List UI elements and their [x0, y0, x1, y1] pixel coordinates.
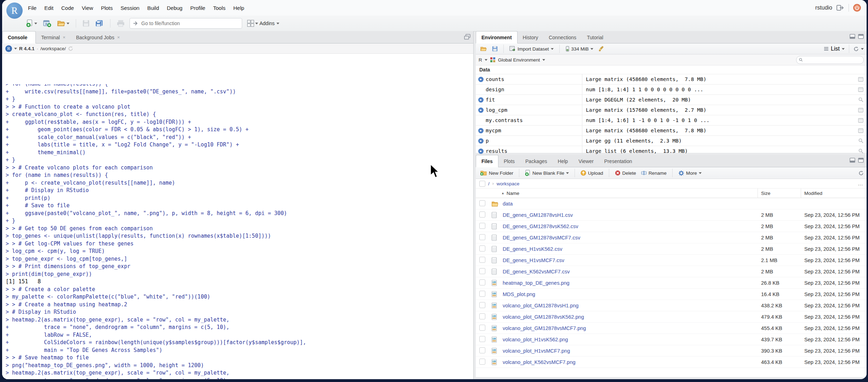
file-name-link[interactable]: heatmap_top_DE_genes.png	[503, 280, 570, 286]
refresh-icon[interactable]	[858, 170, 864, 176]
file-row[interactable]: volcano_plot_K562vsMCF7.png 463.4 KB Sep…	[476, 357, 867, 368]
file-row[interactable]: MDS_plot.png 16.4 KB Sep 23, 2024, 12:56…	[476, 289, 867, 300]
save-all-button[interactable]	[94, 19, 105, 28]
close-icon[interactable]: ×	[63, 35, 65, 40]
chevron-down-icon[interactable]	[842, 48, 845, 50]
file-name-link[interactable]: data	[503, 201, 513, 207]
environment-row[interactable]: ▶ my.contrasts num [1:4, 1:6] 1 -1 0 0 1…	[476, 115, 867, 126]
new-file-button[interactable]	[25, 18, 39, 28]
file-row[interactable]: data	[476, 198, 867, 209]
file-name-link[interactable]: DE_genes_H1vsK562.csv	[503, 246, 562, 252]
save-workspace-button[interactable]	[491, 45, 499, 52]
file-checkbox[interactable]	[479, 313, 485, 319]
console-tab[interactable]: Background Jobs ×	[71, 31, 125, 43]
quit-session-icon[interactable]	[853, 4, 861, 12]
inspect-icon[interactable]	[858, 97, 863, 102]
load-workspace-button[interactable]	[479, 45, 489, 52]
pane-layout-button[interactable]	[246, 19, 259, 28]
view-table-icon[interactable]	[858, 108, 863, 112]
select-all-checkbox[interactable]	[479, 181, 485, 187]
environment-row[interactable]: ▶ p Large gg (11 elements, 2.3 MB)	[476, 136, 867, 146]
file-name-link[interactable]: volcano_plot_GM12878vsH1.png	[503, 303, 578, 308]
minimize-pane-icon[interactable]	[850, 158, 855, 163]
expand-icon[interactable]: ▶	[478, 138, 484, 144]
file-name-link[interactable]: MDS_plot.png	[503, 291, 535, 297]
new-project-button[interactable]: R	[41, 18, 53, 28]
file-name-link[interactable]: DE_genes_H1vsMCF7.csv	[503, 257, 564, 263]
chevron-down-icon[interactable]	[861, 48, 864, 50]
chevron-down-icon[interactable]	[485, 59, 487, 61]
files-tab[interactable]: Viewer	[573, 155, 599, 167]
memory-usage-button[interactable]: 334 MiB	[564, 45, 595, 52]
files-tab[interactable]: Help	[553, 155, 573, 167]
console-tab[interactable]: Terminal ×	[36, 31, 71, 43]
file-row[interactable]: volcano_plot_GM12878vsK562.png 479.4 KB …	[476, 311, 867, 323]
files-tab[interactable]: Files	[476, 155, 498, 167]
environment-row[interactable]: ▶ log_cpm Large matrix (157680 elements,…	[476, 105, 867, 115]
environment-search-input[interactable]	[805, 57, 861, 63]
environment-search[interactable]	[796, 56, 864, 64]
file-row[interactable]: DE_genes_H1vsMCF7.csv 2.1 MB Sep 23, 202…	[476, 255, 867, 266]
r-logo-icon[interactable]: R	[5, 45, 12, 52]
upload-button[interactable]: Upload	[579, 169, 605, 176]
new-folder-button[interactable]: New Folder	[479, 169, 515, 176]
breadcrumb-root[interactable]: /	[488, 181, 490, 186]
files-tab[interactable]: Plots	[498, 155, 520, 167]
clear-environment-icon[interactable]	[597, 45, 606, 53]
size-column-header[interactable]: Size	[761, 191, 770, 196]
maximize-pane-icon[interactable]	[858, 158, 864, 163]
file-name-link[interactable]: volcano_plot_GM12878vsMCF7.png	[503, 325, 586, 331]
files-tab[interactable]: Packages	[520, 155, 552, 167]
maximize-pane-icon[interactable]	[858, 34, 864, 39]
expand-icon[interactable]: ▶	[478, 77, 484, 82]
file-row[interactable]: DE_genes_GM12878vsH1.csv 2 MB Sep 23, 20…	[476, 209, 867, 221]
environment-tab[interactable]: Connections	[543, 31, 582, 43]
expand-icon[interactable]: ▶	[478, 128, 484, 133]
file-name-link[interactable]: volcano_plot_GM12878vsK562.png	[503, 314, 584, 320]
sign-out-icon[interactable]	[836, 5, 844, 11]
expand-icon[interactable]: ▶	[478, 97, 484, 103]
file-name-link[interactable]: DE_genes_GM12878vsH1.csv	[503, 212, 573, 218]
minimize-pane-icon[interactable]	[850, 34, 855, 39]
menu-item[interactable]: View	[79, 4, 96, 12]
file-checkbox[interactable]	[479, 212, 485, 218]
file-name-link[interactable]: volcano_plot_H1vsK562.png	[503, 337, 568, 342]
more-button[interactable]: More	[677, 169, 703, 177]
file-row[interactable]: heatmap_top_DE_genes.png 26.8 KB Sep 23,…	[476, 277, 867, 289]
view-table-icon[interactable]	[858, 77, 863, 82]
file-checkbox[interactable]	[479, 279, 485, 285]
file-checkbox[interactable]	[479, 245, 485, 251]
open-file-button[interactable]	[56, 19, 71, 28]
environment-row[interactable]: ▶ design num [1:8, 1:4] 1 1 0 0 0 0 0 0 …	[476, 85, 867, 95]
file-row[interactable]: volcano_plot_H1vsK562.png 439.7 KB Sep 2…	[476, 334, 867, 345]
suspend-session-icon[interactable]	[68, 46, 73, 51]
file-checkbox[interactable]	[479, 291, 485, 297]
inspect-icon[interactable]	[858, 138, 863, 143]
go-to-directory-button[interactable]: ...	[858, 181, 863, 186]
file-name-link[interactable]: volcano_plot_K562vsMCF7.png	[503, 359, 576, 365]
refresh-icon[interactable]	[853, 46, 859, 52]
console-output[interactable]: > for (name in names(results)) {+ write.…	[2, 84, 473, 379]
working-directory-label[interactable]: /workspace/	[40, 46, 66, 51]
menu-item[interactable]: Debug	[164, 4, 185, 12]
file-checkbox[interactable]	[479, 325, 485, 331]
view-table-icon[interactable]	[858, 87, 863, 92]
file-row[interactable]: volcano_plot_GM12878vsMCF7.png 455.4 KB …	[476, 323, 867, 334]
new-blank-file-button[interactable]: New Blank File	[524, 169, 570, 177]
file-name-link[interactable]: DE_genes_K562vsMCF7.csv	[503, 269, 570, 274]
view-table-icon[interactable]	[858, 128, 863, 133]
file-checkbox[interactable]	[479, 359, 485, 365]
delete-button[interactable]: Delete	[613, 169, 638, 176]
file-checkbox[interactable]	[479, 302, 485, 308]
close-icon[interactable]: ×	[117, 35, 120, 40]
list-view-icon[interactable]	[824, 47, 829, 51]
menu-item[interactable]: Edit	[41, 4, 57, 12]
addins-button[interactable]: Addins	[259, 21, 279, 26]
console-tab[interactable]: Console	[2, 31, 36, 44]
file-checkbox[interactable]	[479, 223, 485, 229]
environment-tab[interactable]: History	[518, 31, 544, 43]
menu-item[interactable]: File	[25, 4, 40, 12]
modified-column-header[interactable]: Modified	[804, 191, 822, 196]
chevron-down-icon[interactable]	[542, 59, 545, 61]
file-row[interactable]: DE_genes_GM12878vsK562.csv 2 MB Sep 23, …	[476, 221, 867, 232]
